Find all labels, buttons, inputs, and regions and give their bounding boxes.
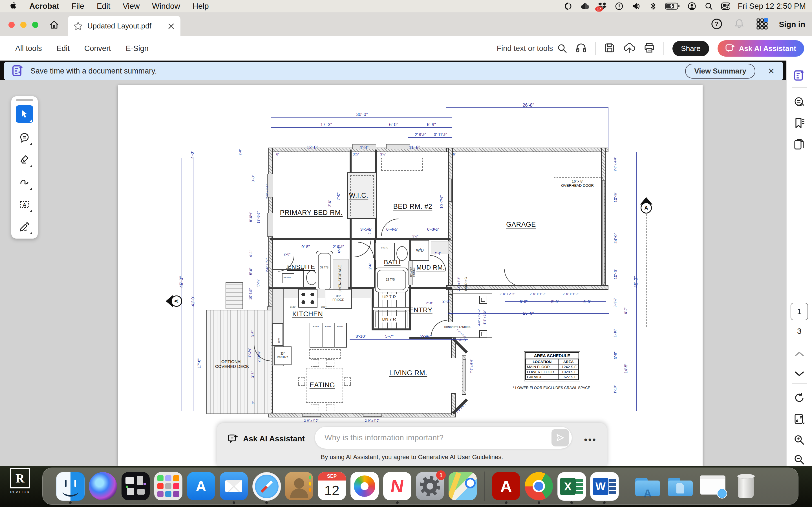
share-button[interactable]: Share <box>672 41 709 56</box>
running-indicator <box>570 501 573 504</box>
banner-close-icon[interactable]: ✕ <box>768 66 775 76</box>
dock-item-finder[interactable] <box>56 472 84 500</box>
sign-in-button[interactable]: Sign in <box>779 20 805 29</box>
dock-item-minimized-window[interactable] <box>699 472 727 500</box>
svg-text:A: A <box>23 202 26 208</box>
dock-item-news[interactable]: N <box>383 472 411 500</box>
draw-tool[interactable] <box>16 173 33 191</box>
dock-item-folder-documents[interactable] <box>666 472 695 500</box>
dock-item-launchpad[interactable] <box>154 472 183 500</box>
running-indicator <box>265 501 268 504</box>
search-icon[interactable] <box>557 44 567 53</box>
comments-panel-icon[interactable] <box>793 96 806 108</box>
toolbar-item-convert[interactable]: Convert <box>77 44 118 53</box>
send-button[interactable] <box>552 429 569 446</box>
dock-item-acrobat[interactable]: A <box>492 472 520 500</box>
toolbar-item-all-tools[interactable]: All tools <box>8 44 49 53</box>
minimize-window-button[interactable] <box>20 22 27 28</box>
close-window-button[interactable] <box>8 22 15 28</box>
account-menu-icon[interactable] <box>687 1 697 11</box>
dock: ASEP12N1AXWA <box>42 467 799 505</box>
control-center-menu-icon[interactable] <box>721 1 730 11</box>
tab-updated-layout[interactable]: Updated Layout.pdf <box>68 16 181 36</box>
palette-drag-handle[interactable] <box>16 99 33 101</box>
toolbar-item-e-sign[interactable]: E-Sign <box>118 44 156 53</box>
current-page-input[interactable]: 1 <box>791 303 808 320</box>
ask-ai-label: Ask AI Assistant <box>739 44 796 53</box>
sign-tool[interactable] <box>16 218 33 235</box>
select-tool[interactable] <box>16 105 33 123</box>
notifications-bell-icon[interactable] <box>733 18 745 31</box>
toolbar: All toolsEditConvertE-Sign Find text or … <box>0 36 812 61</box>
view-summary-button[interactable]: View Summary <box>685 64 755 78</box>
dock-item-contacts[interactable] <box>285 472 313 500</box>
dropbox-menu-icon[interactable]: 17 <box>598 1 607 11</box>
guidelines-link[interactable]: Generative AI User Guidelines. <box>418 453 503 460</box>
ai-assistant-bar: Ask AI Assistant Why is this information… <box>217 423 607 466</box>
ai-summary-panel-icon[interactable] <box>793 69 806 81</box>
dock-item-siri[interactable] <box>89 472 117 500</box>
dock-item-mission-control[interactable] <box>121 472 150 500</box>
bookmarks-panel-icon[interactable] <box>793 117 806 129</box>
ai-disclaimer: By using AI Assistant, you agree to Gene… <box>217 453 607 461</box>
battery-menu-icon[interactable] <box>665 1 680 11</box>
dock-item-photos[interactable] <box>350 472 378 500</box>
svg-text:?: ? <box>715 20 718 27</box>
pages-panel-icon[interactable] <box>793 138 806 151</box>
menu-item-window[interactable]: Window <box>146 2 186 11</box>
menu-item-file[interactable]: File <box>65 2 91 11</box>
text-box-tool[interactable]: A <box>16 196 33 213</box>
dock-divider <box>484 471 485 501</box>
home-icon[interactable] <box>49 19 60 32</box>
dock-item-app-store[interactable]: A <box>187 472 215 500</box>
dock-item-excel[interactable]: X <box>557 472 586 500</box>
shell-menu-icon[interactable] <box>564 1 573 11</box>
window-tab-bar: Updated Layout.pdf ? Sign in <box>0 12 812 36</box>
menu-item-acrobat[interactable]: Acrobat <box>23 2 65 11</box>
dock-item-trash[interactable] <box>732 472 760 500</box>
menu-clock[interactable]: Fri Sep 12 2:50 PM <box>738 2 806 11</box>
apple-menu-icon[interactable] <box>0 1 23 11</box>
previous-page-chevron-icon[interactable] <box>793 348 806 360</box>
dock-item-chrome[interactable] <box>525 472 553 500</box>
highlight-tool[interactable] <box>16 151 33 168</box>
menu-item-help[interactable]: Help <box>186 2 215 11</box>
ai-chat-sparkle-icon <box>725 44 735 53</box>
spotlight-menu-icon[interactable] <box>704 1 714 11</box>
toolbar-item-edit[interactable]: Edit <box>49 44 77 53</box>
find-text-or-tools[interactable]: Find text or tools <box>497 44 567 53</box>
cloud-menu-icon[interactable] <box>580 1 590 11</box>
maximize-window-button[interactable] <box>32 22 38 28</box>
volume-menu-icon[interactable] <box>631 1 641 11</box>
dock-item-folder-applications[interactable]: A <box>633 472 662 500</box>
dock-item-settings[interactable]: 1 <box>416 472 444 500</box>
print-icon[interactable] <box>644 42 655 55</box>
tab-title: Updated Layout.pdf <box>87 22 163 31</box>
more-options-icon[interactable]: ••• <box>584 434 597 445</box>
comment-tool[interactable] <box>16 129 33 146</box>
menu-item-view[interactable]: View <box>116 2 146 11</box>
running-indicator <box>603 501 606 504</box>
apps-grid-icon[interactable] <box>756 18 768 31</box>
cloud-upload-icon[interactable] <box>623 42 635 55</box>
help-icon[interactable]: ? <box>711 18 723 31</box>
fit-page-icon[interactable] <box>793 413 806 425</box>
read-aloud-icon[interactable] <box>575 42 587 55</box>
menu-item-edit[interactable]: Edit <box>91 2 116 11</box>
dock-item-maps[interactable] <box>449 472 477 500</box>
close-tab-icon[interactable] <box>167 22 175 30</box>
ask-ai-assistant-button[interactable]: Ask AI Assistant <box>718 40 804 57</box>
zoom-out-icon[interactable] <box>793 453 806 466</box>
save-icon[interactable] <box>604 43 615 54</box>
dock-item-calendar[interactable]: SEP12 <box>318 472 346 500</box>
rotate-page-icon[interactable] <box>793 392 806 404</box>
zoom-in-icon[interactable] <box>793 434 806 446</box>
star-icon[interactable] <box>73 21 83 31</box>
dock-item-mail[interactable] <box>220 472 248 500</box>
dock-item-safari[interactable] <box>252 472 281 500</box>
next-page-chevron-icon[interactable] <box>793 368 806 380</box>
update-menu-icon[interactable] <box>614 1 624 11</box>
ai-question-input[interactable]: Why is this information important? <box>315 427 572 449</box>
dock-item-word[interactable]: W <box>590 472 618 500</box>
bluetooth-menu-icon[interactable] <box>648 1 658 11</box>
